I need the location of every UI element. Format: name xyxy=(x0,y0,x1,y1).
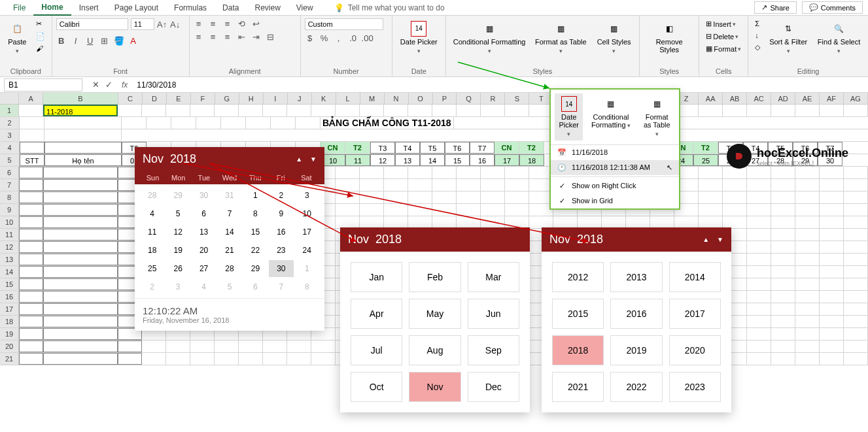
row-header[interactable]: 19 xyxy=(0,328,19,340)
col-header[interactable]: AF xyxy=(820,93,844,104)
col-header[interactable]: B xyxy=(43,93,118,104)
paste-button[interactable]: 📋 Paste xyxy=(4,18,31,58)
calendar-day[interactable]: 17 xyxy=(295,224,319,241)
calendar-day[interactable]: 7 xyxy=(217,205,241,222)
calendar-day[interactable]: 28 xyxy=(140,187,164,204)
col-header[interactable]: F xyxy=(191,93,215,104)
col-header[interactable]: N xyxy=(385,93,409,104)
format-cells-button[interactable]: ▦Format xyxy=(703,43,744,54)
col-header[interactable]: M xyxy=(360,93,385,104)
calendar-year[interactable]: 2015 xyxy=(552,299,604,329)
calendar-day[interactable]: 27 xyxy=(192,260,216,277)
row-header[interactable]: 16 xyxy=(0,291,19,303)
calendar-year[interactable]: 2022 xyxy=(610,372,662,402)
tab-formulas[interactable]: Formulas xyxy=(166,1,215,15)
row-header[interactable]: 21 xyxy=(0,353,19,365)
calendar-day[interactable]: 30 xyxy=(269,260,293,277)
select-all-corner[interactable] xyxy=(0,93,19,104)
calendar-day[interactable]: 9 xyxy=(269,205,293,222)
calendar-year[interactable]: 2017 xyxy=(669,299,721,329)
align-right-icon[interactable]: ≡ xyxy=(222,31,233,42)
calendar-day[interactable]: 3 xyxy=(165,278,190,295)
calendar-year[interactable]: 2018 xyxy=(552,335,604,365)
calendar-month[interactable]: Aug xyxy=(409,335,460,365)
font-color-button[interactable]: A xyxy=(128,35,139,46)
calendar-day[interactable]: 2 xyxy=(140,278,164,295)
calendar-day[interactable]: 22 xyxy=(243,242,268,259)
col-header[interactable]: AD xyxy=(771,93,795,104)
row-header[interactable]: 20 xyxy=(0,341,19,352)
tab-pagelayout[interactable]: Page Layout xyxy=(107,1,166,15)
calendar-day[interactable]: 29 xyxy=(165,187,190,204)
orientation-icon[interactable]: ⟲ xyxy=(237,18,247,29)
calendar-day[interactable]: 6 xyxy=(243,278,268,295)
insert-cells-button[interactable]: ⊞Insert xyxy=(703,18,744,29)
cell[interactable] xyxy=(19,105,43,116)
dd-insert-date[interactable]: 📅11/16/2018 xyxy=(551,145,679,160)
autosum-button[interactable]: Σ xyxy=(752,18,763,29)
clear-button[interactable]: ◇ xyxy=(752,42,763,53)
calendar-day[interactable]: 25 xyxy=(140,260,164,277)
next-month-icon[interactable]: ▼ xyxy=(310,156,317,163)
row-header[interactable]: 17 xyxy=(0,303,19,315)
tab-file[interactable]: File xyxy=(5,1,33,15)
calendar-day[interactable]: 24 xyxy=(295,242,319,259)
col-header[interactable]: S xyxy=(505,93,529,104)
tell-me-search[interactable]: 💡 Tell me what you want to do xyxy=(334,3,445,12)
col-header[interactable]: P xyxy=(433,93,457,104)
font-size-select[interactable] xyxy=(131,18,154,30)
calendar-month[interactable]: May xyxy=(409,299,460,329)
tab-data[interactable]: Data xyxy=(215,1,247,15)
align-left-icon[interactable]: ≡ xyxy=(194,31,204,42)
calendar-day[interactable]: 3 xyxy=(295,187,319,204)
calendar-day[interactable]: 26 xyxy=(165,260,190,277)
col-header[interactable]: J xyxy=(288,93,312,104)
conditional-formatting-button[interactable]: ▦Conditional Formatting xyxy=(450,18,529,58)
increase-indent-icon[interactable]: ⇥ xyxy=(251,31,262,42)
fill-color-button[interactable]: 🪣 xyxy=(114,35,124,46)
calendar-day[interactable]: 7 xyxy=(269,278,293,295)
tab-home[interactable]: Home xyxy=(33,0,71,16)
calendar-day[interactable]: 12 xyxy=(165,224,190,241)
calendar-day[interactable]: 19 xyxy=(165,242,190,259)
cell-selected[interactable]: 11-2018 xyxy=(43,105,118,116)
formula-input[interactable] xyxy=(131,79,868,91)
calendar-year[interactable]: 2016 xyxy=(610,299,662,329)
calendar-day[interactable]: 1 xyxy=(295,260,319,277)
calendar-day[interactable]: 20 xyxy=(192,242,216,259)
prev-month-icon[interactable]: ▲ xyxy=(296,156,302,163)
calendar-year[interactable]: 2019 xyxy=(610,335,662,365)
calendar-year[interactable]: 2020 xyxy=(669,335,721,365)
row-header[interactable]: 10 xyxy=(0,216,19,228)
calendar-month[interactable]: Sep xyxy=(468,335,519,365)
sheet-title[interactable]: BẢNG CHẤM CÔNG T11-2018 xyxy=(321,117,454,129)
row-header[interactable]: 7 xyxy=(0,179,19,191)
cell-styles-button[interactable]: ▦Cell Styles xyxy=(593,18,635,58)
format-as-table-button[interactable]: ▦Format as Table xyxy=(531,18,590,58)
row-header[interactable]: 14 xyxy=(0,266,19,278)
calendar-year[interactable]: 2012 xyxy=(552,262,604,292)
align-top-icon[interactable]: ≡ xyxy=(194,18,204,29)
align-middle-icon[interactable]: ≡ xyxy=(208,18,218,29)
italic-button[interactable]: I xyxy=(71,35,81,46)
calendar-month[interactable]: Dec xyxy=(468,372,519,402)
col-header[interactable]: O xyxy=(409,93,433,104)
calendar-month[interactable]: Mar xyxy=(468,262,519,292)
calendar-year[interactable]: 2023 xyxy=(669,372,721,402)
tab-review[interactable]: Review xyxy=(247,1,288,15)
calendar-day[interactable]: 31 xyxy=(217,187,241,204)
col-header[interactable]: Q xyxy=(457,93,481,104)
calendar-day[interactable]: 8 xyxy=(243,205,268,222)
calendar-day[interactable]: 28 xyxy=(217,260,241,277)
row-header[interactable]: 15 xyxy=(0,278,19,290)
share-button[interactable]: ↗Share xyxy=(754,1,796,14)
calendar-day[interactable]: 8 xyxy=(295,278,319,295)
row-header[interactable]: 9 xyxy=(0,204,19,216)
comments-button[interactable]: 💬Comments xyxy=(802,1,863,14)
row-header[interactable]: 6 xyxy=(0,167,19,178)
underline-button[interactable]: U xyxy=(85,35,95,46)
calendar-day[interactable]: 13 xyxy=(192,224,216,241)
calendar-year[interactable]: 2021 xyxy=(552,372,604,402)
dd-show-rightclick[interactable]: ✓Show on Right Click xyxy=(551,178,679,193)
cancel-formula-icon[interactable]: ✕ xyxy=(90,80,101,90)
